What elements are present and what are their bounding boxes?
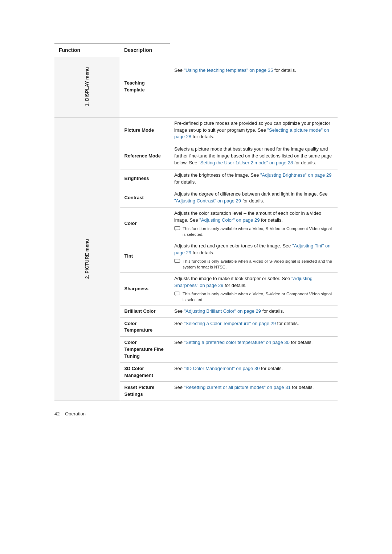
- description-tint: Adjusts the red and green color tones of…: [170, 240, 338, 272]
- function-color: Color: [120, 208, 170, 240]
- link-contrast[interactable]: "Adjusting Contrast" on page 29: [174, 198, 241, 204]
- description-reference-mode: Selects a picture mode that best suits y…: [170, 143, 338, 169]
- function-sharpness: Sharpness: [120, 272, 170, 305]
- function-color-temperature-fine-tuning: Color Temperature Fine Tuning: [120, 337, 170, 363]
- description-contrast: Adjusts the degree of difference between…: [170, 188, 338, 208]
- page-section: Operation: [65, 411, 86, 416]
- description-color-temperature: See "Selecting a Color Temperature" on p…: [170, 317, 338, 337]
- link-tint[interactable]: "Adjusting Tint" on page 29: [174, 243, 331, 255]
- link-color-temperature[interactable]: "Selecting a Color Temperature" on page …: [184, 321, 276, 326]
- link-color[interactable]: "Adjusting Color" on page 29: [199, 217, 260, 223]
- function-picture-mode: Picture Mode: [120, 117, 170, 143]
- description-3d-color-management: See "3D Color Management" on page 30 for…: [170, 362, 338, 382]
- note-color: This function is only available when a V…: [174, 226, 333, 237]
- link-teaching-template[interactable]: "Using the teaching templates" on page 3…: [184, 67, 273, 73]
- function-reset-picture-settings: Reset Picture Settings: [120, 382, 170, 401]
- section-label-picture-menu: 2. PICTURE menu: [54, 117, 120, 401]
- function-brightness: Brightness: [120, 169, 170, 188]
- link-brightness[interactable]: "Adjusting Brightness" on page 29: [260, 172, 331, 178]
- link-color-temperature-fine-tuning[interactable]: "Setting a preferred color temperature" …: [184, 340, 290, 345]
- description-brilliant-color: See "Adjusting Brilliant Color" on page …: [170, 305, 338, 317]
- main-table: Function Description 1. DISPLAY menuTeac…: [54, 44, 338, 401]
- link-3d-color-management[interactable]: "3D Color Management" on page 30: [184, 366, 260, 371]
- function-color-temperature: Color Temperature: [120, 317, 170, 337]
- note-icon: [174, 259, 181, 264]
- page: Function Description 1. DISPLAY menuTeac…: [0, 0, 392, 446]
- function-brilliant-color: Brilliant Color: [120, 305, 170, 317]
- note-sharpness: This function is only available when a V…: [174, 291, 333, 303]
- description-color: Adjusts the color saturation level -- th…: [170, 208, 338, 240]
- description-color-temperature-fine-tuning: See "Setting a preferred color temperatu…: [170, 337, 338, 363]
- description-sharpness: Adjusts the image to make it look sharpe…: [170, 272, 338, 305]
- description-brightness: Adjusts the brightness of the image. See…: [170, 169, 338, 188]
- link-brilliant-color[interactable]: "Adjusting Brilliant Color" on page 29: [184, 308, 261, 314]
- link-reference-mode[interactable]: "Setting the User 1/User 2 mode" on page…: [199, 160, 293, 165]
- col-description: Description: [120, 44, 170, 56]
- function-reference-mode: Reference Mode: [120, 143, 170, 169]
- page-number: 42: [54, 411, 60, 416]
- description-picture-mode: Pre-defined picture modes are provided s…: [170, 117, 338, 143]
- table-wrapper: Function Description 1. DISPLAY menuTeac…: [54, 44, 338, 416]
- note-icon: [174, 226, 181, 231]
- section-label-display-menu: 1. DISPLAY menu: [54, 56, 120, 118]
- link-picture-mode[interactable]: "Selecting a picture mode" on page 28: [174, 127, 329, 140]
- note-icon: [174, 291, 181, 296]
- function-contrast: Contrast: [120, 188, 170, 208]
- note-tint: This function is only available when a V…: [174, 258, 333, 270]
- function-tint: Tint: [120, 240, 170, 272]
- function-3d-color-management: 3D Color Management: [120, 362, 170, 382]
- function-teaching-template: Teaching Template: [120, 56, 170, 118]
- link-reset-picture-settings[interactable]: "Resetting current or all picture modes"…: [184, 385, 291, 390]
- link-sharpness[interactable]: "Adjusting Sharpness" on page 29: [174, 276, 313, 288]
- col-function: Function: [54, 44, 120, 56]
- svg-rect-4: [175, 292, 180, 295]
- description-teaching-template: See "Using the teaching templates" on pa…: [170, 56, 338, 118]
- svg-rect-2: [175, 259, 180, 262]
- svg-rect-0: [175, 226, 180, 230]
- description-reset-picture-settings: See "Resetting current or all picture mo…: [170, 382, 338, 401]
- footer: 42 Operation: [54, 411, 338, 416]
